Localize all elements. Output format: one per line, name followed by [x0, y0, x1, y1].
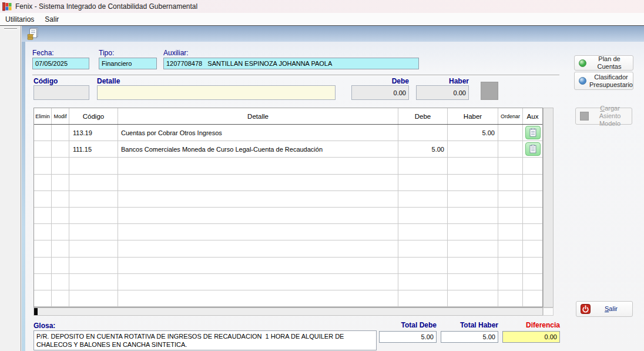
clasificador-presupuestario-button[interactable]: ClasificadorPresupuestario [574, 72, 633, 90]
cell-elimin [34, 290, 52, 306]
haber-entry-label: Haber [416, 77, 469, 85]
cell-elimin [34, 175, 52, 190]
auxiliar-input[interactable]: 1207708478 SANTILLAN ESPINOZA JOHANNA PA… [163, 58, 419, 69]
cell-debe [398, 158, 448, 173]
cell-debe [398, 274, 448, 290]
table-row-empty[interactable] [34, 240, 542, 257]
cell-detalle [118, 224, 398, 240]
total-haber-value: 5.00 [441, 331, 498, 343]
cargar-asiento-modelo-button[interactable]: Cargar AsientoModelo [575, 108, 632, 125]
window-title: Fenix - Sistema Integrado de Contabilida… [15, 2, 197, 11]
entries-table-body: 113.19Cuentas por Cobrar Otros Ingresos5… [34, 125, 542, 307]
detalle-entry-input[interactable] [97, 85, 336, 100]
col-header-ordenar[interactable]: Ordenar [498, 108, 523, 124]
cell-debe [398, 258, 448, 273]
cell-modif [52, 240, 69, 256]
blue-sphere-icon [579, 77, 586, 85]
copy-entry-button[interactable] [26, 27, 41, 41]
cell-ordenar [498, 208, 523, 223]
cell-haber [448, 274, 498, 290]
cell-debe [398, 125, 448, 141]
plan-de-cuentas-button[interactable]: Plan de Cuentas [574, 55, 633, 71]
cell-detalle [118, 290, 398, 306]
table-row[interactable]: 111.15Bancos Comerciales Moneda de Curso… [34, 141, 542, 158]
glosa-textarea[interactable]: P/R. DEPOSITO EN CUENTA ROTATIVA DE INGR… [33, 330, 377, 350]
clasificador-presupuestario-label: ClasificadorPresupuestario [589, 73, 636, 89]
col-header-modif[interactable]: Modif [52, 108, 69, 124]
cell-ordenar [498, 240, 523, 256]
cell-debe [398, 240, 448, 256]
power-icon [581, 304, 591, 314]
aux-button[interactable] [525, 126, 541, 139]
toolbar [22, 26, 644, 42]
cell-modif [52, 141, 69, 157]
col-header-haber[interactable]: Haber [448, 108, 498, 124]
notepad-icon [529, 145, 536, 153]
aux-button[interactable] [525, 142, 541, 156]
table-row-empty[interactable] [34, 274, 542, 290]
col-header-debe[interactable]: Debe [398, 108, 448, 124]
cell-aux [523, 191, 542, 207]
cell-haber [448, 158, 498, 173]
cell-codigo [69, 208, 118, 223]
cell-aux [523, 224, 542, 240]
gray-square-icon [580, 112, 589, 121]
cell-codigo: 111.15 [69, 141, 118, 157]
haber-entry-input: 0.00 [416, 85, 469, 100]
cell-detalle [118, 208, 398, 223]
cell-aux [523, 258, 542, 273]
col-header-codigo[interactable]: Código [69, 108, 118, 124]
menu-salir[interactable]: Salir [39, 14, 64, 25]
table-row[interactable]: 113.19Cuentas por Cobrar Otros Ingresos5… [34, 125, 542, 141]
cell-modif [52, 290, 69, 306]
cell-codigo [69, 240, 118, 256]
table-row-empty[interactable] [34, 208, 542, 224]
cell-haber [448, 290, 498, 306]
cell-modif [52, 258, 69, 273]
menu-utilitarios[interactable]: Utilitarios [0, 14, 39, 25]
cell-modif [52, 125, 69, 141]
table-vertical-scrollbar[interactable] [543, 108, 554, 307]
cell-detalle [118, 175, 398, 190]
table-row-empty[interactable] [34, 224, 542, 240]
table-row-empty[interactable] [34, 258, 542, 274]
cell-elimin [34, 125, 52, 141]
cell-debe [398, 224, 448, 240]
cell-debe: 5.00 [398, 141, 448, 157]
cell-ordenar [498, 224, 523, 240]
cell-debe [398, 175, 448, 190]
scrollbar-thumb[interactable] [34, 308, 38, 315]
cell-ordenar [498, 258, 523, 273]
cell-haber: 5.00 [448, 125, 498, 141]
green-sphere-icon [579, 59, 586, 67]
left-dock-panel [0, 26, 21, 351]
table-header: Elimin Modif Código Detalle Debe Haber O… [34, 108, 542, 125]
cell-ordenar [498, 141, 523, 157]
cell-elimin [34, 224, 52, 240]
app-window: Fenix - Sistema Integrado de Contabilida… [0, 0, 644, 351]
cell-detalle [118, 191, 398, 207]
cell-aux [523, 290, 542, 306]
table-row-empty[interactable] [34, 175, 542, 191]
col-header-elimin[interactable]: Elimin [34, 108, 52, 124]
cell-debe [398, 191, 448, 207]
codigo-entry-input[interactable] [33, 85, 89, 100]
col-header-aux[interactable]: Aux [523, 108, 542, 124]
tipo-input[interactable]: Financiero [99, 58, 157, 69]
title-bar[interactable]: Fenix - Sistema Integrado de Contabilida… [0, 0, 644, 13]
col-header-detalle[interactable]: Detalle [118, 108, 398, 124]
cell-haber [448, 224, 498, 240]
add-entry-button[interactable] [481, 82, 498, 100]
table-horizontal-scrollbar[interactable] [33, 307, 543, 316]
fecha-input[interactable]: 07/05/2025 [32, 58, 89, 69]
cell-codigo [69, 191, 118, 207]
salir-button[interactable]: Salir [576, 301, 633, 317]
diferencia-value: 0.00 [502, 331, 560, 343]
panel-grip[interactable] [4, 28, 17, 30]
table-row-empty[interactable] [34, 290, 542, 307]
table-row-empty[interactable] [34, 191, 542, 208]
table-row-empty[interactable] [34, 158, 542, 174]
total-haber-label: Total Haber [441, 321, 498, 329]
cell-codigo [69, 258, 118, 273]
cell-elimin [34, 158, 52, 173]
